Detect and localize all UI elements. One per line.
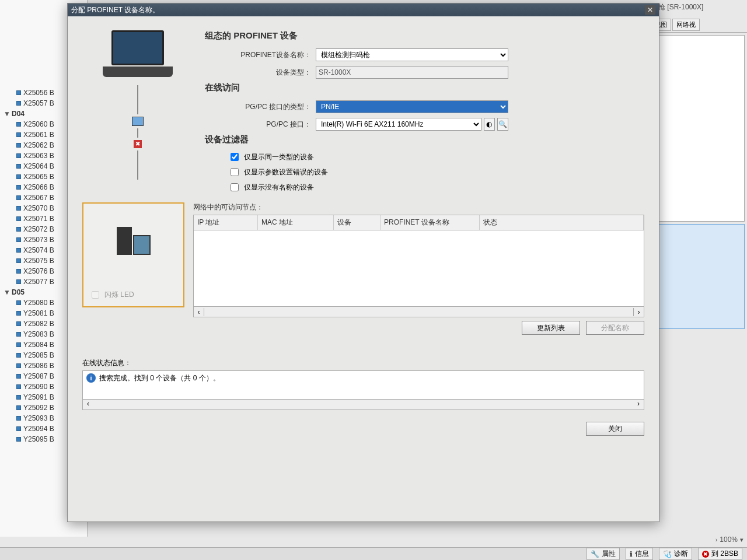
- status-bar: 🔧 属性 ℹ 信息 🩺 诊断 ✖到 2BSB: [0, 547, 747, 560]
- device-type-field: [316, 66, 508, 79]
- col-profinet-name[interactable]: PROFINET 设备名称: [381, 215, 480, 230]
- close-icon[interactable]: ✕: [645, 5, 655, 15]
- refresh-list-button[interactable]: 更新列表: [522, 321, 580, 335]
- label-device-name: PROFINET设备名称：: [205, 50, 316, 60]
- status-hscroll[interactable]: ‹›: [82, 400, 644, 410]
- table-hscroll[interactable]: ‹›: [194, 306, 644, 317]
- properties-tab[interactable]: 🔧 属性: [587, 548, 620, 560]
- selected-device-preview: 闪烁 LED: [82, 202, 184, 307]
- section-device-filter: 设备过滤器: [205, 134, 644, 145]
- right-panel: 码枪 [SR-1000X] 视图 网络视: [648, 0, 747, 537]
- info-icon: i: [86, 373, 96, 383]
- col-device[interactable]: 设备: [334, 215, 381, 230]
- interface-config-icon[interactable]: ◐: [484, 118, 495, 131]
- interface-type-select[interactable]: PN/IE: [316, 100, 508, 113]
- section-online-access: 在线访问: [205, 82, 644, 93]
- section-configured-device: 组态的 PROFINET 设备: [205, 30, 644, 41]
- close-button[interactable]: 关闭: [586, 422, 644, 436]
- filter-param-error-label: 仅显示参数设置错误的设备: [244, 167, 328, 177]
- col-status[interactable]: 状态: [480, 215, 644, 230]
- info-tab[interactable]: ℹ 信息: [626, 548, 653, 560]
- filter-same-type-checkbox[interactable]: [231, 153, 239, 161]
- filter-param-error-checkbox[interactable]: [231, 168, 239, 176]
- right-panel-title: 码枪 [SR-1000X]: [648, 0, 747, 18]
- error-indicator[interactable]: ✖到 2BSB: [698, 548, 742, 560]
- interface-select[interactable]: Intel(R) Wi-Fi 6E AX211 160MHz: [316, 118, 481, 131]
- accessible-nodes-table[interactable]: IP 地址 MAC 地址 设备 PROFINET 设备名称 状态 ‹›: [193, 215, 644, 317]
- col-mac[interactable]: MAC 地址: [258, 215, 334, 230]
- filter-no-name-checkbox[interactable]: [231, 183, 239, 191]
- label-interface: PG/PC 接口：: [205, 120, 316, 130]
- online-status-label: 在线状态信息：: [82, 358, 644, 368]
- status-message: 搜索完成。找到 0 个设备（共 0 个）。: [99, 373, 220, 383]
- zoom-indicator[interactable]: › 100% ▾: [715, 536, 743, 544]
- laptop-icon: [103, 30, 173, 83]
- flash-led-label: 闪烁 LED: [104, 290, 134, 300]
- right-tab-1[interactable]: 网络视: [672, 19, 700, 31]
- dialog-title-text: 分配 PROFINET 设备名称。: [71, 5, 159, 15]
- dialog-titlebar[interactable]: 分配 PROFINET 设备名称。 ✕: [68, 4, 659, 16]
- table-body-empty: [194, 230, 644, 306]
- plc-icon: [117, 227, 151, 255]
- flash-led-checkbox: [92, 291, 99, 299]
- assign-name-button: 分配名称: [586, 321, 644, 335]
- col-ip[interactable]: IP 地址: [194, 215, 258, 230]
- filter-same-type-label: 仅显示同一类型的设备: [244, 152, 314, 162]
- network-node-icon: [132, 117, 144, 126]
- label-interface-type: PG/PC 接口的类型：: [205, 102, 316, 112]
- assign-profinet-name-dialog: 分配 PROFINET 设备名称。 ✕ ✖ 组态的 PROFINET 设备: [67, 3, 659, 522]
- diagnostics-tab[interactable]: 🩺 诊断: [659, 548, 692, 560]
- online-status-box: i 搜索完成。找到 0 个设备（共 0 个）。: [82, 370, 644, 400]
- filter-no-name-label: 仅显示没有名称的设备: [244, 183, 314, 192]
- label-device-type: 设备类型：: [205, 68, 316, 78]
- interface-search-icon[interactable]: 🔍: [497, 118, 508, 131]
- device-name-select[interactable]: 模组检测扫码枪: [316, 48, 508, 61]
- error-icon: ✖: [134, 140, 142, 148]
- accessible-nodes-label: 网络中的可访问节点：: [193, 202, 644, 212]
